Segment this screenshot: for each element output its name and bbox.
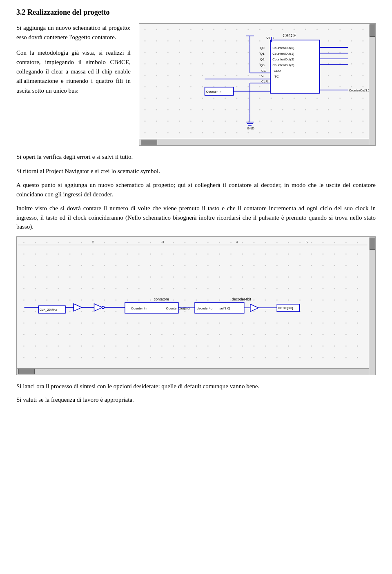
- svg-text:4: 4: [236, 240, 238, 244]
- svg-text:decoder4b: decoder4b: [197, 307, 213, 310]
- svg-text:TC: TC: [274, 75, 279, 78]
- svg-text:Q0: Q0: [260, 46, 265, 50]
- paragraph-4: Inoltre visto che si dovrà contare il nu…: [16, 204, 376, 231]
- svg-text:contatore: contatore: [154, 297, 169, 301]
- svg-text:5: 5: [306, 240, 308, 244]
- svg-text:2: 2: [92, 240, 94, 244]
- paragraph-3: A questo punto si aggiunga un nuovo sche…: [16, 180, 376, 199]
- svg-text:Counter/Out(0): Counter/Out(0): [272, 46, 294, 50]
- svg-text:CLR: CLR: [261, 80, 268, 83]
- svg-text:Counter/Out(2): Counter/Out(2): [272, 58, 294, 61]
- svg-point-53: [102, 306, 105, 309]
- caption-4: Si valuti se la frequenza di lavoro è ap…: [16, 395, 376, 405]
- svg-text:decoder4bit: decoder4bit: [232, 297, 252, 301]
- svg-text:VCC: VCC: [266, 36, 274, 40]
- svg-text:CB4CE: CB4CE: [283, 33, 296, 38]
- schematic-diagram-2: 2 3 4 5 contatore decoder4bit CLK_25MHz …: [16, 236, 376, 375]
- svg-text:C: C: [261, 74, 264, 78]
- svg-rect-41: [18, 237, 367, 368]
- svg-text:Counter/Out(1): Counter/Out(1): [272, 52, 294, 56]
- svg-text:CE: CE: [261, 69, 266, 73]
- svg-text:Counter In: Counter In: [206, 90, 221, 93]
- paragraph-1: Si aggiunga un nuovo schematico al proge…: [16, 23, 131, 42]
- svg-text:CLK_25MHz: CLK_25MHz: [40, 308, 57, 311]
- svg-text:Counter/Out[3:0]: Counter/Out[3:0]: [166, 307, 191, 310]
- caption-2: Si ritorni al Project Navigator e si cre…: [16, 167, 376, 176]
- svg-text:sel[3:0]: sel[3:0]: [219, 307, 230, 310]
- paragraph-2: Con la metodologia già vista, si realizz…: [16, 48, 131, 96]
- section-heading: 3.2 Realizzazione del progetto: [16, 8, 376, 17]
- svg-text:3: 3: [162, 240, 164, 244]
- svg-text:CEO: CEO: [274, 69, 281, 73]
- svg-rect-1: [139, 24, 369, 138]
- schematic-diagram-1: CB4CE VCC Counter/Out(0) Counter/Out(1) …: [139, 23, 376, 146]
- svg-text:Q2: Q2: [260, 58, 265, 61]
- svg-text:Counter/Out(3): Counter/Out(3): [272, 63, 294, 67]
- caption-1: Si operi la verifica degli errori e si s…: [16, 152, 376, 162]
- svg-text:Q1: Q1: [260, 52, 265, 56]
- svg-text:GND: GND: [247, 127, 254, 130]
- svg-text:Q3: Q3: [260, 63, 265, 67]
- svg-text:Counter In: Counter In: [131, 307, 147, 310]
- svg-text:CIFRE[3:0]: CIFRE[3:0]: [278, 306, 293, 310]
- caption-3: Si lanci ora il processo di sintesi con …: [16, 382, 376, 391]
- svg-text:Counter/Out[3:0]: Counter/Out[3:0]: [349, 89, 369, 92]
